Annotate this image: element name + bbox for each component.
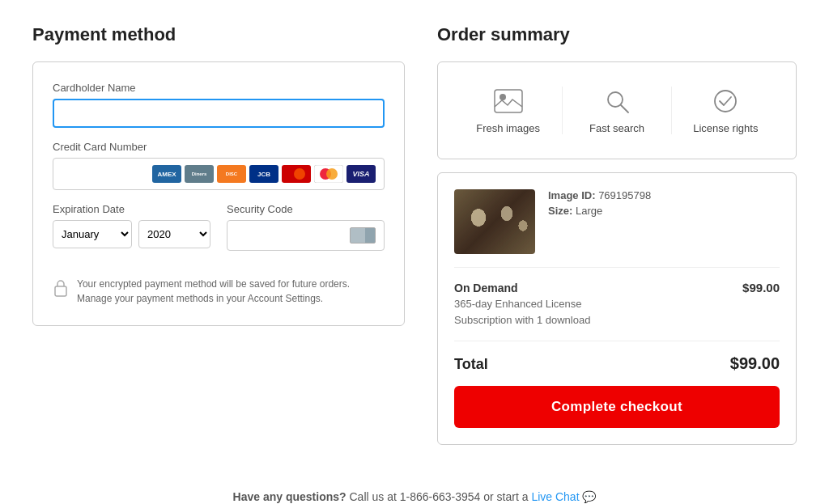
svg-point-1 xyxy=(294,168,305,180)
cvv-icon xyxy=(350,227,376,244)
footer: Have any questions? Call us at 1-866-663… xyxy=(32,490,797,503)
mastercard-icon xyxy=(314,165,343,183)
feature-fast-search: Fast search xyxy=(563,87,671,134)
order-features-box: Fresh images Fast search xyxy=(437,61,797,159)
main-layout: Payment method Cardholder Name Credit Ca… xyxy=(32,24,797,458)
svg-line-9 xyxy=(621,105,628,112)
product-thumbnail xyxy=(454,189,535,254)
visa-icon: VISA xyxy=(346,165,376,183)
expiry-label: Expiration Date xyxy=(53,203,210,215)
fresh-images-label: Fresh images xyxy=(476,122,540,134)
expiry-selects: January February March April May June Ju… xyxy=(53,220,210,248)
image-id-value: 769195798 xyxy=(598,189,651,201)
security-label: Security Code xyxy=(227,203,385,215)
check-circle-icon xyxy=(711,87,740,116)
lock-icon xyxy=(53,278,69,301)
size-label: Size: xyxy=(548,205,572,217)
payment-panel: Payment method Cardholder Name Credit Ca… xyxy=(32,24,405,458)
image-id: Image ID: 769195798 xyxy=(548,189,780,201)
svg-rect-5 xyxy=(55,286,66,296)
year-select[interactable]: 2020 2021 2022 2023 2024 2025 2026 xyxy=(138,220,210,248)
cardholder-label: Cardholder Name xyxy=(53,82,385,94)
features-row: Fresh images Fast search xyxy=(454,78,780,142)
total-label: Total xyxy=(454,356,488,373)
amex-icon: AMEX xyxy=(152,165,181,183)
expiry-group: Expiration Date January February March A… xyxy=(53,203,210,251)
payment-section-title: Payment method xyxy=(32,24,405,45)
order-plan: On Demand $99.00 365-day Enhanced Licens… xyxy=(454,281,780,328)
credit-card-label: Credit Card Number xyxy=(53,141,385,153)
license-rights-label: License rights xyxy=(693,122,758,134)
image-size: Size: Large xyxy=(548,205,780,217)
lock-notice: Your encrypted payment method will be sa… xyxy=(53,277,385,306)
security-group: Security Code xyxy=(227,203,385,251)
search-icon xyxy=(602,87,631,116)
svg-point-8 xyxy=(608,92,623,107)
live-chat-link[interactable]: Live Chat xyxy=(531,490,579,503)
card-icons: AMEX Diners DISC JCB VISA xyxy=(152,165,376,183)
svg-point-7 xyxy=(500,94,506,100)
footer-phone: Call us at 1-866-663-3954 or start a xyxy=(349,490,531,503)
image-icon xyxy=(494,87,523,116)
thumbnail-overlay xyxy=(454,189,535,254)
feature-license-rights: License rights xyxy=(672,87,780,134)
plan-name: On Demand xyxy=(454,282,518,294)
plan-desc-line1: 365-day Enhanced License xyxy=(454,296,780,312)
plan-desc-line2: Subscription with 1 download xyxy=(454,312,780,328)
chat-icon: 💬 xyxy=(582,490,596,503)
size-value: Large xyxy=(576,205,602,217)
payment-box: Cardholder Name Credit Card Number AMEX … xyxy=(32,61,405,326)
order-details: Image ID: 769195798 Size: Large xyxy=(548,189,780,217)
svg-point-10 xyxy=(715,91,736,112)
order-plan-header: On Demand $99.00 xyxy=(454,281,780,294)
plan-description: 365-day Enhanced License Subscription wi… xyxy=(454,296,780,328)
month-select[interactable]: January February March April May June Ju… xyxy=(53,220,132,248)
security-input-wrapper[interactable] xyxy=(227,220,385,251)
diners-icon: Diners xyxy=(185,165,214,183)
fast-search-label: Fast search xyxy=(589,122,644,134)
footer-question: Have any questions? xyxy=(233,490,346,503)
image-id-label: Image ID: xyxy=(548,189,596,201)
credit-card-group: Credit Card Number AMEX Diners DISC JCB xyxy=(53,141,385,190)
checkout-button[interactable]: Complete checkout xyxy=(454,386,780,428)
lock-notice-text: Your encrypted payment method will be sa… xyxy=(77,277,385,306)
order-section-title: Order summary xyxy=(437,24,797,45)
total-amount: $99.00 xyxy=(730,354,780,373)
divider xyxy=(454,267,780,268)
plan-price: $99.00 xyxy=(742,281,780,294)
svg-rect-6 xyxy=(495,90,522,112)
order-item: Image ID: 769195798 Size: Large xyxy=(454,189,780,254)
order-item-box: Image ID: 769195798 Size: Large On Deman… xyxy=(437,172,797,445)
cardholder-group: Cardholder Name xyxy=(53,82,385,128)
expiry-security-row: Expiration Date January February March A… xyxy=(53,203,385,264)
maestro-icon xyxy=(282,165,311,183)
order-total-row: Total $99.00 xyxy=(454,341,780,373)
discover-icon: DISC xyxy=(217,165,246,183)
svg-point-4 xyxy=(326,168,338,180)
cardholder-input[interactable] xyxy=(53,99,385,128)
jcb-icon: JCB xyxy=(249,165,278,183)
credit-card-input-wrapper[interactable]: AMEX Diners DISC JCB VISA xyxy=(53,158,385,190)
feature-fresh-images: Fresh images xyxy=(454,87,563,134)
order-panel: Order summary Fresh images xyxy=(437,24,797,458)
